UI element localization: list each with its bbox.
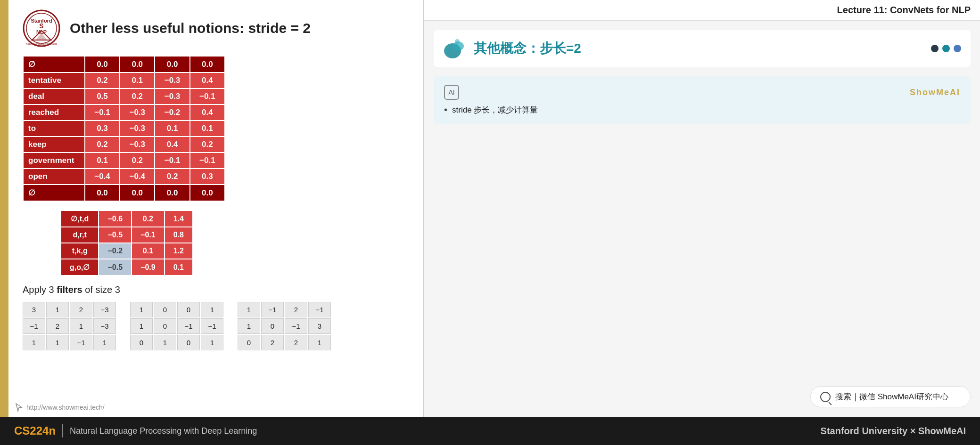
filter-cell: 1 <box>238 302 260 317</box>
table-cell: 0.0 <box>190 56 225 73</box>
table-cell: 0.4 <box>190 105 225 121</box>
top-area: Stanford S NLP Natural Language Processi… <box>0 0 980 417</box>
small-table-cell: −0.1 <box>132 227 165 243</box>
small-table-wrap: ∅,t,d−0.60.21.4d,r,t−0.5−0.10.8t,k,g−0.2… <box>60 210 193 276</box>
filter-cell: 1 <box>46 335 69 350</box>
small-table-header: g,o,∅ <box>61 259 99 275</box>
main-table: ∅0.00.00.00.0tentative0.20.1−0.30.4deal0… <box>23 56 225 202</box>
filter-cell: 1 <box>23 335 45 350</box>
note-text: stride 步长，减少计算量 <box>452 105 538 115</box>
lecture-title: Lecture 11: ConvNets for NLP <box>837 5 971 16</box>
filter-cell: 0 <box>238 335 260 350</box>
small-table-cell: −0.5 <box>99 227 132 243</box>
svg-text:S: S <box>39 22 43 30</box>
cursor-icon <box>14 403 24 412</box>
filter-cell: 2 <box>46 318 69 334</box>
table-cell: 0.0 <box>120 185 155 201</box>
small-table-header: t,k,g <box>61 243 99 259</box>
table-cell: 0.2 <box>120 153 155 169</box>
svg-point-11 <box>455 39 460 44</box>
filter-cell: 3 <box>308 318 331 334</box>
table-row-header: ∅ <box>23 185 85 201</box>
table-cell: 0.4 <box>155 137 189 153</box>
bullet-icon: • <box>444 105 447 115</box>
filter-cell: 0 <box>154 318 176 334</box>
search-bar[interactable]: 搜索｜微信 ShowMeAI研究中心 <box>810 386 971 407</box>
table-cell: 0.1 <box>155 121 189 137</box>
note-card-header: AI ShowMeAI <box>444 85 960 100</box>
course-id-label: CS224n <box>14 424 56 437</box>
gold-bar <box>0 0 8 417</box>
filter-cell: −1 <box>285 318 307 334</box>
middle-section: ∅,t,d−0.60.21.4d,r,t−0.5−0.10.8t,k,g−0.2… <box>23 210 409 276</box>
small-table-header: d,r,t <box>61 227 99 243</box>
filter-cell: −3 <box>93 318 116 334</box>
filter-cell: −1 <box>201 318 223 334</box>
small-table-cell: 1.4 <box>165 210 193 227</box>
cn-title-section: 其他概念：步长=2 <box>434 30 971 67</box>
slide-content: Stanford S NLP Natural Language Processi… <box>8 0 423 417</box>
table-cell: −0.1 <box>190 89 225 105</box>
table-cell: −0.3 <box>120 105 155 121</box>
table-cell: 0.5 <box>85 89 120 105</box>
table-cell: 0.1 <box>120 73 155 89</box>
filter-cell: 0 <box>177 302 200 317</box>
table-cell: 0.1 <box>85 153 120 169</box>
small-table: ∅,t,d−0.60.21.4d,r,t−0.5−0.10.8t,k,g−0.2… <box>60 210 193 276</box>
table-row-header: keep <box>23 137 85 153</box>
filter-cell: 1 <box>130 302 153 317</box>
table-cell: −0.3 <box>155 73 189 89</box>
small-table-cell: −0.2 <box>99 243 132 259</box>
cn-title-text: 其他概念：步长=2 <box>474 40 581 57</box>
table-cell: 0.4 <box>190 73 225 89</box>
filter-matrix-0: 312−3−121−311−11 <box>23 302 116 350</box>
small-table-cell: 0.2 <box>132 210 165 227</box>
filter-cell: 1 <box>308 335 331 350</box>
small-table-cell: 0.8 <box>165 227 193 243</box>
note-card: AI ShowMeAI • stride 步长，减少计算量 <box>434 76 971 124</box>
filter-cell: 1 <box>46 302 69 317</box>
filter-cell: 3 <box>23 302 45 317</box>
stanford-logo-icon: Stanford S NLP Natural Language Processi… <box>23 9 60 47</box>
table-cell: 0.2 <box>155 169 189 185</box>
table-cell: −0.3 <box>120 121 155 137</box>
filter-cell: 0 <box>154 302 176 317</box>
small-table-cell: 0.1 <box>165 259 193 275</box>
table-cell: 0.0 <box>85 56 120 73</box>
table-cell: 0.0 <box>190 185 225 201</box>
filter-cell: −1 <box>261 302 284 317</box>
table-cell: −0.3 <box>120 137 155 153</box>
small-table-cell: −0.9 <box>132 259 165 275</box>
table-row-header: reached <box>23 105 85 121</box>
small-table-cell: −0.6 <box>99 210 132 227</box>
table-row-header: tentative <box>23 73 85 89</box>
filter-matrix-2: 1−12−110−130221 <box>238 302 331 350</box>
showmeai-brand: ShowMeAI <box>910 88 960 97</box>
filter-cell: −1 <box>70 335 92 350</box>
right-header: Lecture 11: ConvNets for NLP <box>424 0 980 21</box>
url-bar: http://www.showmeai.tech/ <box>14 403 105 412</box>
slide-panel: Stanford S NLP Natural Language Processi… <box>0 0 424 417</box>
table-cell: −0.1 <box>85 105 120 121</box>
filter-cell: 1 <box>93 335 116 350</box>
filter-cell: 1 <box>154 335 176 350</box>
filter-cell: −1 <box>308 302 331 317</box>
filter-cell: 0 <box>130 335 153 350</box>
small-table-cell: 1.2 <box>165 243 193 259</box>
filters-row: 312−3−121−311−11100110−1−101011−12−110−1… <box>23 302 409 350</box>
filter-cell: 2 <box>285 302 307 317</box>
filter-cell: 0 <box>261 318 284 334</box>
filter-cell: 2 <box>70 302 92 317</box>
small-table-cell: 0.1 <box>132 243 165 259</box>
filter-cell: −1 <box>177 318 200 334</box>
filter-cell: 1 <box>70 318 92 334</box>
filter-matrix-1: 100110−1−10101 <box>130 302 223 350</box>
filter-cell: 1 <box>130 318 153 334</box>
table-cell: −0.4 <box>120 169 155 185</box>
filter-cell: 1 <box>238 318 260 334</box>
course-subtitle: Natural Language Processing with Deep Le… <box>70 426 257 436</box>
search-icon <box>820 392 831 402</box>
right-panel: Lecture 11: ConvNets for NLP 其他概念：步长=2 <box>424 0 980 417</box>
table-cell: −0.4 <box>85 169 120 185</box>
bottom-right-text: Stanford University × ShowMeAI <box>821 426 966 437</box>
